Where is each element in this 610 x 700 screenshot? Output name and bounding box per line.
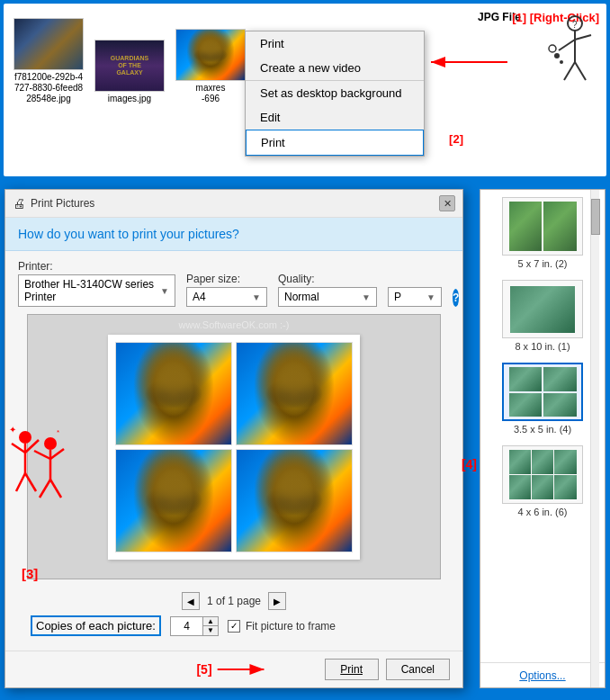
preview-container: ✦ * www.SoftwareOK.com :-) (18, 314, 450, 579)
quality-field: Quality: Normal ▼ (278, 273, 377, 307)
options-link[interactable]: Options... (519, 669, 565, 682)
label-2-annotation: [2] (449, 132, 463, 146)
svg-point-12 (19, 431, 31, 444)
svg-point-10 (554, 53, 560, 58)
layout-img-5x7-2 (543, 202, 577, 251)
filename-maxres: maxres-696 (196, 83, 226, 104)
preview-watermark: www.SoftwareOK.com :-) (179, 319, 290, 330)
svg-line-8 (575, 62, 586, 80)
layout-8x10[interactable]: 8 x 10 in. (1) (486, 280, 599, 352)
quality-select[interactable]: Normal ▼ (278, 287, 377, 307)
layout-img-5x7-1 (509, 202, 543, 251)
layout-scroll: 5 x 7 in. (2) 8 x 10 in. (1) (480, 190, 605, 662)
cancel-button[interactable]: Cancel (386, 659, 450, 680)
file-item-f781[interactable]: f781200e-292b-4727-8830-6feed828548e.jpg (13, 18, 85, 104)
top-section: f781200e-292b-4727-8830-6feed828548e.jpg… (0, 0, 610, 180)
preview-image-1 (115, 342, 232, 445)
copies-row: Copies of each picture: ▲ ▼ ✓ Fit pictur… (31, 615, 437, 636)
thumbnail-f781 (13, 18, 84, 70)
paper-select[interactable]: A4 ▼ (186, 287, 267, 307)
layout-thumb-3x5 (502, 363, 583, 421)
svg-point-18 (44, 437, 57, 450)
svg-line-22 (40, 480, 50, 498)
layout-3x5[interactable]: 3.5 x 5 in. (4) (486, 363, 599, 435)
prev-page-button[interactable]: ◀ (182, 592, 200, 610)
fit-checkbox[interactable]: ✓ (228, 620, 240, 633)
scrollbar[interactable] (590, 190, 599, 687)
layout-5x7[interactable]: 5 x 7 in. (2) (486, 197, 599, 269)
print-dialog: 🖨 Print Pictures ✕ How do you want to pr… (4, 189, 463, 688)
copies-input[interactable] (171, 618, 202, 634)
preview-image-2 (236, 342, 353, 445)
context-create-video[interactable]: Create a new video (246, 56, 424, 80)
stick-figure-top-svg: ? (548, 13, 597, 94)
context-open[interactable]: Print (246, 31, 424, 56)
print-button[interactable]: Print (325, 659, 379, 680)
quality-label: Quality: (278, 273, 377, 285)
quality-select-arrow: ▼ (362, 292, 371, 302)
layout-img-4x6-3 (554, 450, 576, 474)
copies-up-button[interactable]: ▲ (203, 617, 218, 626)
context-print[interactable]: Print [2] (246, 130, 424, 156)
svg-point-11 (549, 45, 556, 52)
layout-label-3x5: 3.5 x 5 in. (4) (514, 424, 571, 435)
printer-field: Printer: Brother HL-3140CW series Printe… (18, 260, 175, 307)
copies-down-button[interactable]: ▼ (203, 626, 218, 635)
layout-img-4x6-5 (532, 475, 553, 499)
red-arrow-1 (426, 53, 516, 71)
context-set-desktop[interactable]: Set as desktop background (246, 80, 424, 105)
label-3-annotation: [3] (22, 566, 38, 581)
svg-line-16 (16, 473, 25, 491)
dialog-header: How do you want to print your pictures? (5, 218, 462, 251)
svg-line-14 (12, 444, 25, 453)
svg-line-17 (25, 473, 36, 491)
printer-settings-row: Printer: Brother HL-3140CW series Printe… (18, 260, 450, 307)
paper-label: Paper size: (186, 273, 267, 285)
help-button[interactable]: ? (453, 289, 459, 307)
fit-label: Fit picture to frame (246, 620, 336, 633)
right-panel: 5 x 7 in. (2) 8 x 10 in. (1) (480, 189, 606, 688)
dialog-titlebar: 🖨 Print Pictures ✕ (5, 190, 462, 218)
layout-img-4x6-4 (509, 475, 531, 499)
label-5-arrow (218, 664, 272, 675)
context-edit[interactable]: Edit (246, 105, 424, 130)
svg-line-20 (34, 451, 50, 459)
preview-area: www.SoftwareOK.com :-) (27, 314, 441, 579)
layout-label-8x10: 8 x 10 in. (1) (515, 341, 570, 352)
svg-line-5 (559, 40, 575, 50)
svg-text:*: * (57, 428, 59, 436)
context-menu: Print Create a new video Set as desktop … (245, 31, 425, 157)
pagination-text: 1 of 1 page (207, 595, 261, 607)
layout-img-4x6-1 (509, 450, 531, 474)
layout-label-4x6: 4 x 6 in. (6) (517, 507, 567, 517)
paper-field: Paper size: A4 ▼ (186, 273, 267, 307)
layout-img-3x5-2 (543, 367, 577, 391)
stick-figure-top: ? (548, 13, 597, 96)
thumbnail-images: GUARDIANSOF THEGALAXY (94, 40, 165, 92)
printer-select[interactable]: Brother HL-3140CW series Printer ▼ (18, 274, 175, 307)
svg-text:?: ? (572, 20, 578, 30)
extra-field: P ▼ (388, 273, 442, 307)
layout-thumb-4x6 (502, 445, 583, 504)
copies-input-group: ▲ ▼ (170, 616, 219, 636)
extra-select-arrow: ▼ (426, 292, 435, 302)
label-4-annotation: [4] (462, 457, 477, 471)
layout-label-5x7: 5 x 7 in. (2) (517, 258, 567, 269)
dialog-title: 🖨 Print Pictures (13, 196, 94, 211)
layout-thumb-5x7 (502, 197, 583, 256)
preview-image-3 (115, 449, 232, 552)
file-item-maxres[interactable]: maxres-696 (175, 29, 247, 104)
file-item-images[interactable]: GUARDIANSOF THEGALAXY images.jpg (94, 40, 166, 104)
dialog-question: How do you want to print your pictures? (18, 227, 450, 241)
svg-line-23 (50, 480, 61, 498)
next-page-button[interactable]: ▶ (268, 592, 286, 610)
scrollbar-thumb[interactable] (591, 199, 600, 235)
layout-4x6[interactable]: 4 x 6 in. (6) (486, 445, 599, 517)
layout-img-3x5-1 (509, 367, 543, 391)
layout-img-8x10 (510, 286, 575, 333)
extra-select[interactable]: P ▼ (388, 287, 442, 307)
printer-label: Printer: (18, 260, 175, 273)
preview-image-4 (236, 449, 353, 552)
close-button[interactable]: ✕ (439, 195, 455, 211)
stick-figures-left: ✦ * (7, 424, 70, 525)
